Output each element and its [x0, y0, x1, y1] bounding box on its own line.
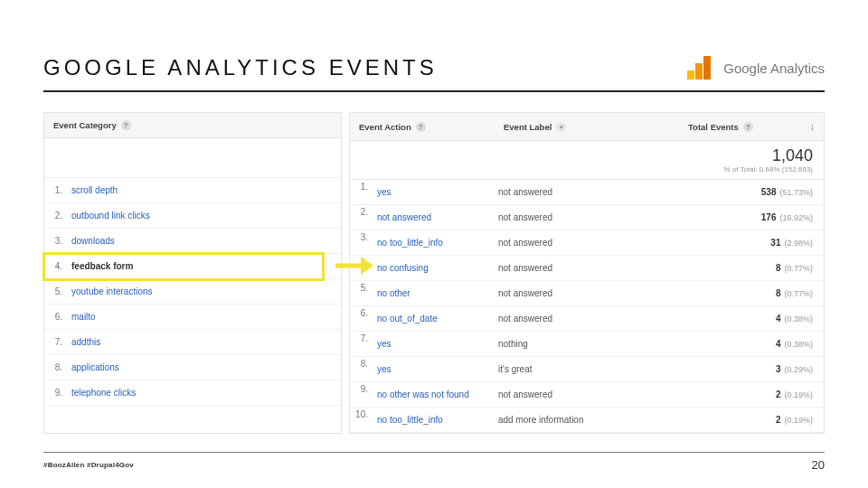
- category-row[interactable]: 1. scroll depth: [44, 178, 341, 203]
- event-category-header: Event Category ?: [44, 113, 341, 138]
- slide-footer: #BoozAllen #Drupal4Gov 20: [43, 452, 825, 472]
- row-total-pct: (0.38%): [784, 340, 813, 349]
- row-action: no too_little_info: [373, 232, 447, 253]
- event-detail-header: Event Action ? Event Label × Total Event…: [350, 113, 824, 141]
- row-total: 2(0.19%): [679, 409, 824, 430]
- row-index: 5.: [350, 283, 373, 304]
- cell-action: 9.no other was not found: [350, 384, 495, 405]
- row-total-pct: (51.73%): [779, 188, 813, 197]
- row-index: 2.: [44, 211, 68, 221]
- row-total-pct: (0.38%): [784, 314, 813, 324]
- event-row[interactable]: 3.no too_little_infonot answered31(2.98%…: [350, 230, 824, 256]
- event-detail-panel: Event Action ? Event Label × Total Event…: [349, 112, 825, 434]
- row-label: youtube interactions: [68, 281, 341, 302]
- row-label: scroll depth: [68, 180, 341, 201]
- row-total: 176(16.92%): [679, 207, 824, 228]
- svg-marker-4: [361, 257, 373, 275]
- event-row[interactable]: 1.yesnot answered538(51.73%): [350, 180, 824, 205]
- row-label: not answered: [495, 384, 679, 405]
- ga-logo-icon: [682, 51, 716, 85]
- row-index: 6.: [350, 308, 373, 329]
- row-index: 1.: [350, 182, 373, 202]
- row-total-pct: (0.77%): [784, 289, 813, 298]
- help-icon[interactable]: ?: [743, 122, 753, 132]
- category-row[interactable]: 7. addthis: [44, 330, 341, 355]
- cell-action: 5.no other: [350, 283, 495, 304]
- row-action: yes: [373, 182, 395, 202]
- row-label: not answered: [495, 207, 679, 228]
- row-total: 2(0.19%): [679, 384, 824, 405]
- row-index: 8.: [44, 362, 68, 372]
- remove-icon[interactable]: ×: [556, 122, 566, 132]
- row-total-num: 8: [776, 263, 781, 273]
- row-action: no confusing: [373, 258, 432, 278]
- row-total-pct: (0.19%): [784, 390, 813, 399]
- row-action: no other: [373, 283, 414, 304]
- row-total-pct: (0.77%): [784, 264, 813, 273]
- category-row[interactable]: 5. youtube interactions: [44, 279, 341, 305]
- row-total-pct: (0.29%): [784, 365, 813, 374]
- svg-rect-2: [703, 56, 711, 80]
- row-label: outbound link clicks: [68, 205, 341, 226]
- cell-action: 10.no too_little_info: [350, 409, 495, 430]
- category-row[interactable]: 9. telephone clicks: [44, 380, 341, 406]
- row-label: it's great: [495, 359, 679, 380]
- row-total: 31(2.98%): [679, 232, 824, 253]
- row-total-num: 31: [770, 238, 780, 248]
- event-rows-container: 1.yesnot answered538(51.73%)2.not answer…: [350, 180, 824, 433]
- event-row[interactable]: 7.yesnothing4(0.38%): [350, 332, 824, 357]
- footer-page-number: 20: [812, 458, 825, 472]
- total-events-value: 1,040: [683, 146, 813, 165]
- row-action: yes: [373, 333, 395, 354]
- svg-rect-0: [687, 70, 694, 80]
- row-total-pct: (16.92%): [779, 213, 813, 222]
- category-row[interactable]: 6. mailto: [44, 305, 341, 330]
- header-event-action[interactable]: Event Action ?: [350, 113, 495, 140]
- row-total: 8(0.77%): [679, 258, 824, 278]
- row-label: nothing: [495, 333, 679, 354]
- category-row[interactable]: 3. downloads: [44, 229, 341, 254]
- highlight-arrow-icon: [335, 255, 373, 278]
- header-event-action-text: Event Action: [359, 122, 411, 132]
- row-total-num: 538: [761, 187, 777, 197]
- cell-action: 8.yes: [350, 359, 495, 380]
- event-row[interactable]: 8.yesit's great3(0.29%): [350, 357, 824, 382]
- row-index: 9.: [350, 384, 373, 405]
- category-row[interactable]: 2. outbound link clicks: [44, 203, 341, 229]
- row-index: 1.: [44, 185, 68, 195]
- row-index: 4.: [44, 261, 68, 271]
- help-icon[interactable]: ?: [121, 120, 131, 130]
- totals-cell: 1,040 % of Total: 0.68% (152,683): [679, 141, 824, 179]
- category-row[interactable]: 8. applications: [44, 355, 341, 380]
- row-action: not answered: [373, 207, 435, 228]
- event-category-header-text: Event Category: [53, 120, 117, 130]
- header-event-label[interactable]: Event Label ×: [495, 113, 679, 140]
- cell-action: 3.no too_little_info: [350, 232, 495, 253]
- event-row[interactable]: 9.no other was not foundnot answered2(0.…: [350, 382, 824, 408]
- event-row[interactable]: 4.no confusingnot answered8(0.77%): [350, 256, 824, 281]
- spacer: [350, 141, 679, 179]
- row-total-num: 3: [776, 364, 781, 374]
- row-label: telephone clicks: [68, 382, 341, 403]
- header-total-events-text: Total Events: [688, 122, 739, 132]
- row-label: applications: [68, 357, 341, 378]
- total-events-subtext: % of Total: 0.68% (152,683): [683, 165, 813, 174]
- header-total-events[interactable]: Total Events ? ↓: [679, 113, 824, 140]
- row-index: 8.: [350, 359, 373, 380]
- row-total-num: 176: [761, 212, 777, 222]
- row-total-pct: (0.19%): [784, 416, 813, 425]
- sort-down-icon[interactable]: ↓: [809, 120, 815, 133]
- row-action: no other was not found: [373, 384, 473, 405]
- row-total: 4(0.38%): [679, 333, 824, 354]
- row-index: 2.: [350, 207, 373, 228]
- row-label: not answered: [495, 232, 679, 253]
- event-row[interactable]: 10.no too_little_infoadd more informatio…: [350, 408, 824, 433]
- event-row[interactable]: 2.not answerednot answered176(16.92%): [350, 205, 824, 230]
- event-row[interactable]: 6.no out_of_datenot answered4(0.38%): [350, 306, 824, 332]
- event-row[interactable]: 5.no othernot answered8(0.77%): [350, 281, 824, 306]
- help-icon[interactable]: ?: [416, 122, 426, 132]
- row-action: no too_little_info: [373, 409, 447, 430]
- row-index: 7.: [350, 333, 373, 354]
- category-row-feedback-form[interactable]: 4. feedback form: [44, 254, 341, 279]
- row-total-num: 2: [776, 415, 781, 425]
